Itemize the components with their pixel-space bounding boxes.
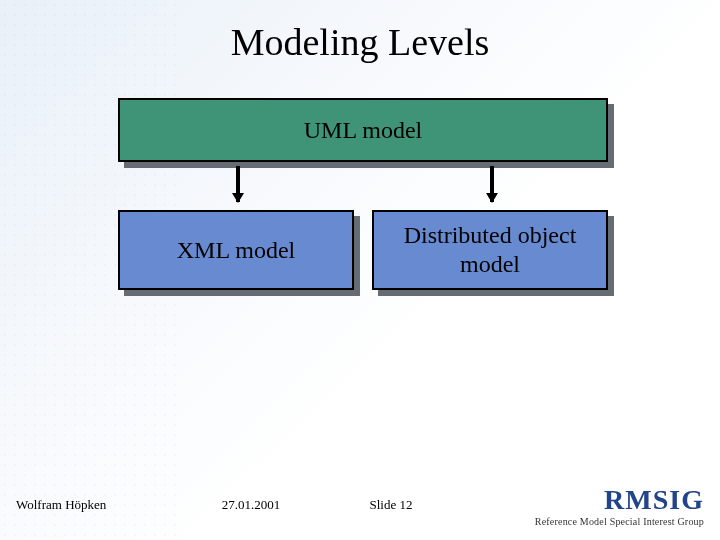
box-xml-model: XML model [118,210,354,290]
arrow-to-distributed [490,166,494,202]
footer: Wolfram Höpken 27.01.2001 Slide 12 RMSIG… [0,480,720,530]
brand-tagline: Reference Model Special Interest Group [456,516,704,527]
box-distributed-object-model: Distributed object model [372,210,608,290]
slide-title: Modeling Levels [0,20,720,64]
slide-date: 27.01.2001 [176,497,326,513]
author-name: Wolfram Höpken [16,497,176,513]
brand-acronym: RMSIG [456,484,704,516]
arrow-to-xml [236,166,240,202]
slide-number: Slide 12 [326,497,456,513]
brand-block: RMSIG Reference Model Special Interest G… [456,484,704,527]
box-label: UML model [304,116,422,145]
box-label: Distributed object model [404,221,577,279]
box-uml-model: UML model [118,98,608,162]
box-label: XML model [177,236,295,265]
